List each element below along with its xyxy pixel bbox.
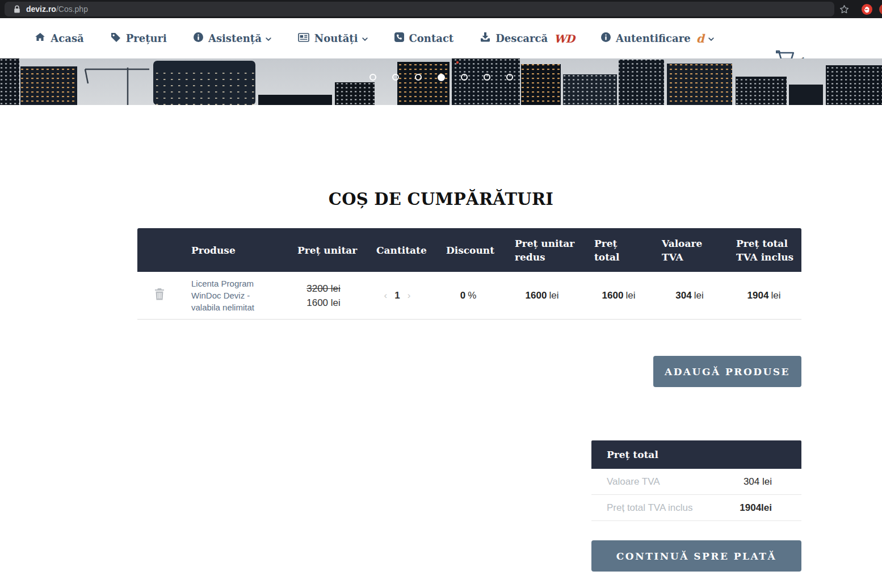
city-skyline-image xyxy=(0,58,882,105)
product-cell: Licenta Program WinDoc Deviz - valabila … xyxy=(182,278,289,313)
carousel-dot[interactable] xyxy=(369,74,376,81)
old-price: 3200 lei xyxy=(289,282,358,296)
nav-label: Prețuri xyxy=(126,32,167,44)
url-text: deviz.ro/Cos.php xyxy=(26,5,88,14)
nav-label: Asistență xyxy=(208,32,262,44)
product-link[interactable]: Licenta Program WinDoc Deviz - valabila … xyxy=(191,278,262,313)
carousel-dot[interactable] xyxy=(415,74,422,81)
nav-item-contact[interactable]: Contact xyxy=(394,32,454,44)
carousel-dot[interactable] xyxy=(392,74,399,81)
discount-cell: 0% xyxy=(437,290,499,301)
nav-item-noutati[interactable]: Noutăți xyxy=(298,32,368,44)
unit-price-reduced-unit: lei xyxy=(549,290,558,301)
nav-item-autentificare[interactable]: Autentificare d xyxy=(601,32,714,45)
summary-title: Preț total xyxy=(591,440,801,469)
vat-cell: 304lei xyxy=(653,290,726,301)
url-host: deviz.ro xyxy=(26,5,56,14)
page: deviz.ro/Cos.php Acasă Prețuri xyxy=(0,0,882,588)
vat-value: 304 xyxy=(675,290,691,301)
phone-icon xyxy=(394,32,404,44)
extension-icon[interactable] xyxy=(879,4,882,15)
download-icon xyxy=(480,32,490,44)
trash-icon xyxy=(154,288,165,304)
deviz-logo: d xyxy=(696,32,704,45)
total-price-unit: lei xyxy=(625,290,635,301)
col-header-pret-total: Preț total xyxy=(585,237,653,264)
nav-label: Autentificare xyxy=(616,32,691,44)
discount-value: 0 xyxy=(460,290,465,301)
nav-item-preturi[interactable]: Prețuri xyxy=(111,32,167,45)
nav-item-acasa[interactable]: Acasă xyxy=(35,32,83,44)
url-omnibox[interactable]: deviz.ro/Cos.php xyxy=(5,2,834,16)
nav-label: Contact xyxy=(409,32,454,44)
main-navigation: Acasă Prețuri Asistență xyxy=(0,18,882,58)
info-icon xyxy=(601,32,611,44)
quantity-cell: ‹ 1 › xyxy=(358,290,437,301)
checkout-button[interactable]: CONTINUĂ SPRE PLATĂ xyxy=(591,540,801,572)
newspaper-icon xyxy=(298,32,309,44)
total-price-cell: 1600lei xyxy=(585,290,653,301)
cart-table-header: Produse Preț unitar Cantitate Discount P… xyxy=(137,228,801,272)
quantity-increase-button[interactable]: › xyxy=(408,291,411,300)
vat-unit: lei xyxy=(694,290,704,301)
col-header-cantitate: Cantitate xyxy=(358,243,437,257)
hero-slider xyxy=(0,58,882,105)
quantity-stepper: ‹ 1 › xyxy=(358,290,437,301)
tag-icon xyxy=(111,32,121,45)
nav-label: Noutăți xyxy=(314,32,358,44)
info-icon xyxy=(194,32,203,44)
summary-value: 1904lei xyxy=(740,502,772,514)
summary-label: Preț total TVA inclus xyxy=(607,502,693,514)
add-products-button[interactable]: ADAUGĂ PRODUSE xyxy=(653,356,801,387)
chevron-down-icon xyxy=(708,37,714,41)
discount-unit: % xyxy=(468,290,476,301)
page-title: COȘ DE CUMPĂRĂTURI xyxy=(0,190,882,209)
col-header-produse: Produse xyxy=(182,243,289,257)
chevron-down-icon xyxy=(362,37,368,41)
carousel-dot[interactable] xyxy=(484,74,490,81)
price-summary: Preț total Valoare TVA 304 lei Preț tota… xyxy=(591,440,801,521)
quantity-decrease-button[interactable]: ‹ xyxy=(384,291,388,300)
summary-row-vat: Valoare TVA 304 lei xyxy=(591,469,801,495)
carousel-dot[interactable] xyxy=(506,74,513,81)
lock-icon[interactable] xyxy=(14,5,20,14)
url-path: /Cos.php xyxy=(56,5,88,14)
cart-table: Produse Preț unitar Cantitate Discount P… xyxy=(137,228,801,320)
remove-item-button[interactable] xyxy=(137,288,182,304)
carousel-dot[interactable] xyxy=(461,74,468,81)
table-row: Licenta Program WinDoc Deviz - valabila … xyxy=(137,272,801,320)
col-header-valoare-tva: Valoare TVA xyxy=(653,237,726,264)
unit-price-reduced-cell: 1600lei xyxy=(499,290,585,301)
quantity-value: 1 xyxy=(394,290,400,301)
browser-address-bar: deviz.ro/Cos.php xyxy=(0,0,882,18)
col-header-pret-total-tva: Preț total TVA inclus xyxy=(726,237,801,264)
nav-links: Acasă Prețuri Asistență xyxy=(0,18,749,58)
col-header-pret-unitar: Preț unitar xyxy=(289,243,358,257)
nav-item-descarca[interactable]: Descarcă WD xyxy=(480,32,574,45)
carousel-dots xyxy=(0,74,882,81)
summary-value: 304 lei xyxy=(744,476,772,488)
chevron-down-icon xyxy=(266,37,271,41)
unit-price-cell: 3200 lei 1600 lei xyxy=(289,282,358,310)
col-header-pret-unitar-redus: Preț unitar redus xyxy=(499,237,585,264)
windoc-logo: WD xyxy=(554,32,574,45)
carousel-dot[interactable] xyxy=(438,74,445,81)
bookmark-star-icon[interactable] xyxy=(839,5,849,16)
home-icon xyxy=(35,32,45,44)
summary-row-total: Preț total TVA inclus 1904lei xyxy=(591,495,801,521)
nav-label: Acasă xyxy=(51,32,83,44)
nav-label: Descarcă xyxy=(495,32,548,44)
total-price-value: 1600 xyxy=(602,290,624,301)
total-with-vat-unit: lei xyxy=(771,290,780,301)
total-with-vat-cell: 1904lei xyxy=(726,290,801,301)
col-header-discount: Discount xyxy=(437,243,499,257)
adblock-hand-icon[interactable] xyxy=(862,4,872,15)
nav-item-asistenta[interactable]: Asistență xyxy=(194,32,271,44)
new-price: 1600 lei xyxy=(289,296,358,310)
total-with-vat-value: 1904 xyxy=(747,290,769,301)
unit-price-reduced-value: 1600 xyxy=(526,290,547,301)
summary-label: Valoare TVA xyxy=(607,476,660,488)
